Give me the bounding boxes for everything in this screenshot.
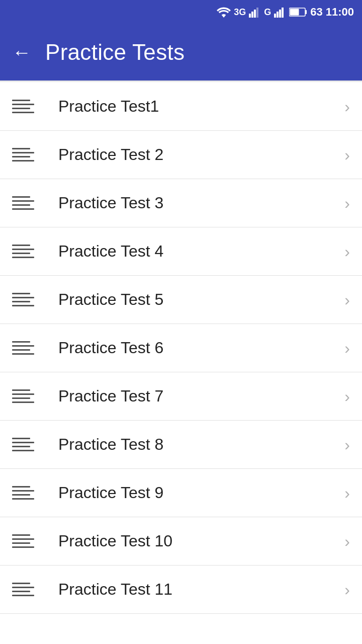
svg-rect-9 bbox=[305, 10, 307, 14]
list-item-label: Practice Test 10 bbox=[38, 532, 344, 550]
list-item-label: Practice Test 6 bbox=[38, 339, 344, 357]
list-item-label: Practice Test 3 bbox=[38, 194, 344, 212]
svg-rect-0 bbox=[249, 14, 251, 18]
list-icon bbox=[12, 341, 38, 355]
list-item-label: Practice Test1 bbox=[38, 97, 344, 116]
chevron-right-icon: › bbox=[344, 99, 350, 115]
chevron-right-icon: › bbox=[344, 533, 350, 549]
list-icon bbox=[12, 293, 38, 306]
back-button[interactable]: ← bbox=[12, 43, 31, 62]
chevron-right-icon: › bbox=[344, 388, 350, 405]
3g-indicator: 3G bbox=[234, 7, 246, 18]
chevron-right-icon: › bbox=[344, 147, 350, 163]
list-item-label: Practice Test 4 bbox=[38, 242, 344, 261]
list-item[interactable]: Practice Test 3 › bbox=[0, 179, 362, 227]
chevron-right-icon: › bbox=[344, 292, 350, 308]
list-icon bbox=[12, 245, 38, 258]
svg-rect-5 bbox=[277, 12, 279, 18]
svg-rect-3 bbox=[256, 8, 258, 18]
list-icon bbox=[12, 583, 38, 596]
chevron-right-icon: › bbox=[344, 195, 350, 211]
list-icon bbox=[12, 389, 38, 403]
list-item[interactable]: Practice Test 2 › bbox=[0, 131, 362, 179]
status-bar: 3G G 63 11:00 bbox=[0, 0, 362, 24]
list-item[interactable]: Practice Test 8 › bbox=[0, 421, 362, 469]
list-icon bbox=[12, 438, 38, 451]
list-item[interactable]: Practice Test 5 › bbox=[0, 276, 362, 324]
list-item[interactable]: Practice Test 10 › bbox=[0, 517, 362, 566]
battery-level: 63 bbox=[310, 6, 322, 19]
svg-rect-4 bbox=[274, 14, 276, 18]
list-item-label: Practice Test 2 bbox=[38, 145, 344, 164]
chevron-right-icon: › bbox=[344, 485, 350, 501]
list-icon bbox=[12, 486, 38, 500]
signal-icon-2 bbox=[274, 7, 286, 18]
list-item-label: Practice Test 8 bbox=[38, 435, 344, 454]
signal-icon bbox=[249, 7, 261, 18]
svg-rect-7 bbox=[282, 8, 284, 18]
battery-icon bbox=[289, 7, 307, 17]
status-icons: 3G G 63 11:00 bbox=[217, 6, 354, 19]
list-icon bbox=[12, 534, 38, 548]
app-bar: ← Practice Tests bbox=[0, 24, 362, 80]
svg-rect-10 bbox=[290, 9, 299, 16]
time-display: 11:00 bbox=[326, 6, 354, 19]
list-icon bbox=[12, 148, 38, 162]
chevron-right-icon: › bbox=[344, 244, 350, 260]
list-item-label: Practice Test 5 bbox=[38, 290, 344, 309]
list-item[interactable]: Practice Test 11 › bbox=[0, 566, 362, 614]
list-item[interactable]: Practice Test 7 › bbox=[0, 372, 362, 421]
list-item-label: Practice Test 11 bbox=[38, 580, 344, 599]
list-item[interactable]: Practice Test 4 › bbox=[0, 227, 362, 276]
chevron-right-icon: › bbox=[344, 437, 350, 453]
svg-rect-1 bbox=[251, 12, 253, 18]
list-item-label: Practice Test 7 bbox=[38, 387, 344, 406]
chevron-right-icon: › bbox=[344, 582, 350, 598]
list-item[interactable]: Practice Test1 › bbox=[0, 83, 362, 131]
list-item[interactable]: Practice Test 6 › bbox=[0, 324, 362, 372]
list-icon bbox=[12, 196, 38, 210]
wifi-icon bbox=[217, 7, 231, 18]
battery-shape bbox=[289, 7, 307, 17]
svg-rect-6 bbox=[279, 10, 281, 18]
list-item[interactable]: Practice Test 9 › bbox=[0, 469, 362, 517]
svg-rect-2 bbox=[254, 10, 256, 18]
list-icon bbox=[12, 100, 38, 113]
page-title: Practice Tests bbox=[45, 40, 185, 65]
practice-tests-list: Practice Test1 › Practice Test 2 › Pract… bbox=[0, 83, 362, 614]
list-item-label: Practice Test 9 bbox=[38, 484, 344, 502]
g-indicator: G bbox=[264, 7, 271, 18]
chevron-right-icon: › bbox=[344, 340, 350, 356]
